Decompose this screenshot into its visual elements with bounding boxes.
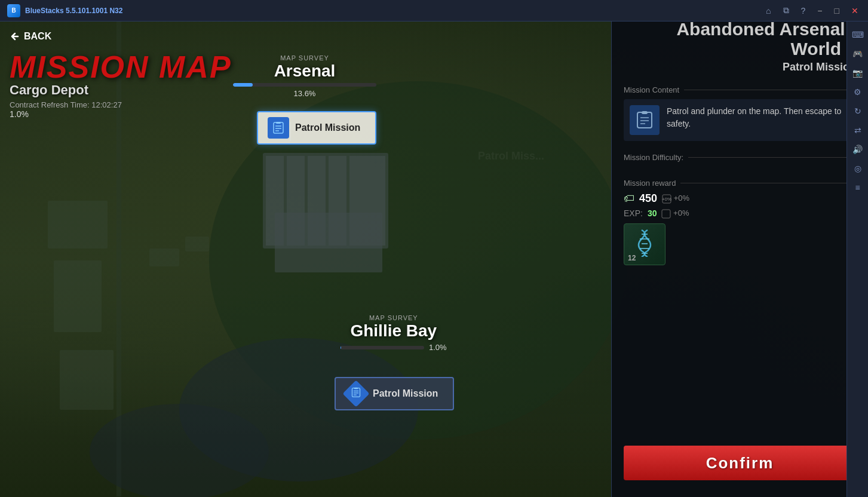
svg-rect-15	[185, 237, 209, 251]
reward-cash-row: 🏷 450 +0% +0%	[624, 192, 856, 205]
bluestacks-sidebar: ⌨ 🎮 📷 ⚙ ↻ ⇄ 🔊 ◎ ≡	[846, 22, 868, 497]
exp-prefix: EXP:	[624, 208, 643, 218]
svg-rect-21	[352, 388, 360, 397]
bg-patrol-text-1: Patrol Miss...	[478, 150, 544, 162]
reward-section: Mission reward 🏷 450 +0% +0% EXP: 30 +0%	[624, 179, 856, 265]
reward-item-count: 12	[628, 254, 636, 262]
svg-rect-17	[276, 122, 281, 124]
sidebar-sync-btn[interactable]: ⇄	[849, 122, 866, 139]
svg-rect-14	[149, 249, 179, 266]
bonus-icon-1: +0%	[662, 194, 671, 204]
sidebar-more-btn[interactable]: ≡	[849, 179, 866, 196]
arsenal-progress-bar	[233, 83, 376, 87]
patrol-mission-button-1[interactable]: Patrol Mission	[257, 111, 376, 145]
panel-mission-type: Patrol Mission	[624, 61, 856, 73]
mission-clipboard-icon	[636, 111, 654, 129]
sidebar-volume-btn[interactable]: 🔊	[849, 141, 866, 158]
arsenal-marker: Map Survey Arsenal 13.6%	[233, 54, 376, 98]
sidebar-location-btn[interactable]: ◎	[849, 160, 866, 177]
exp-bonus: +0%	[661, 208, 689, 219]
svg-rect-22	[354, 388, 358, 389]
contract-percent: 1.0%	[10, 109, 232, 119]
mission-content-text: Patrol and plunder on the map. Then esca…	[667, 105, 850, 130]
sidebar-rotate-btn[interactable]: ↻	[849, 103, 866, 119]
reward-item-box: 12	[624, 223, 665, 265]
sidebar-keyboard-btn[interactable]: ⌨	[849, 26, 866, 43]
reward-exp-row: EXP: 30 +0%	[624, 208, 856, 219]
arsenal-percent: 13.6%	[233, 89, 376, 98]
svg-rect-27	[642, 111, 648, 114]
patrol-mission-button-2[interactable]: Patrol Mission	[335, 377, 454, 410]
arsenal-name: Arsenal	[233, 62, 376, 81]
ghillie-name: Ghillie Bay	[341, 321, 447, 340]
patrol-mission-label-2: Patrol Mission	[373, 388, 438, 399]
patrol-btn-inactive[interactable]: Patrol Mission	[335, 377, 454, 410]
close-icon[interactable]: ✕	[846, 4, 863, 18]
difficulty-section: Mission Difficulty:	[624, 153, 856, 167]
reward-cash-value: 450	[639, 192, 657, 205]
mission-map-title: MISSION MAP	[10, 51, 232, 82]
ghillie-bay-marker: Map Survey Ghillie Bay 1.0%	[341, 314, 447, 352]
difficulty-label: Mission Difficulty:	[624, 153, 856, 162]
svg-text:+0%: +0%	[662, 197, 671, 202]
title-bar-controls: ⌂ ⧉ ? − □ ✕	[756, 3, 868, 18]
svg-rect-4	[60, 350, 114, 410]
patrol-mission-icon-1	[268, 117, 289, 139]
mission-content-box: Patrol and plunder on the map. Then esca…	[624, 99, 856, 141]
panel-map-name: Abandoned Arsenal - World 2	[624, 19, 856, 59]
title-bar: B BlueStacks 5.5.101.1001 N32 ⌂ ⧉ ? − □ …	[0, 0, 868, 22]
back-label: BACK	[24, 31, 51, 42]
mission-map-subtitle: Cargo Depot	[10, 82, 232, 98]
cash-icon: 🏷	[624, 192, 634, 205]
ghillie-progress-bar	[341, 346, 424, 349]
home-icon[interactable]: ⌂	[761, 4, 775, 18]
dna-icon	[633, 227, 657, 262]
ghillie-percent: 1.0%	[429, 343, 447, 352]
ghillie-survey-label: Map Survey	[341, 314, 447, 321]
arsenal-survey-label: Map Survey	[233, 54, 376, 62]
patrol-btn-active[interactable]: Patrol Mission	[257, 111, 376, 145]
svg-rect-2	[48, 201, 108, 249]
mission-map-section: MISSION MAP Cargo Depot Contract Refresh…	[10, 51, 232, 119]
mission-content-icon	[630, 105, 660, 135]
maximize-icon[interactable]: □	[830, 4, 844, 18]
confirm-button[interactable]: Confirm	[624, 446, 856, 480]
svg-rect-26	[637, 112, 652, 128]
reward-cash-bonus: +0% +0%	[662, 194, 689, 204]
bluestacks-logo: B	[7, 4, 20, 17]
arsenal-progress-fill	[233, 83, 253, 87]
clipboard-icon	[272, 121, 285, 134]
minimize-icon[interactable]: −	[812, 4, 827, 18]
back-button[interactable]: BACK	[10, 31, 51, 42]
cash-bonus-text: +0%	[674, 194, 689, 203]
clipboard-icon-2	[351, 387, 361, 398]
contract-refresh-time: Contract Refresh Time: 12:02:27	[10, 100, 232, 109]
patrol-mission-label-1: Patrol Mission	[295, 122, 360, 133]
multi-instance-icon[interactable]: ⧉	[778, 3, 794, 18]
exp-value: 30	[648, 208, 657, 218]
patrol-mission-icon-2-wrapper	[345, 383, 367, 404]
svg-rect-33	[662, 210, 670, 218]
sidebar-gamepad-btn[interactable]: 🎮	[849, 45, 866, 62]
title-bar-left: B BlueStacks 5.5.101.1001 N32	[0, 4, 756, 17]
right-panel: MAP Abandoned Arsenal - World 2 Patrol M…	[611, 0, 868, 497]
mission-content-label: Mission Content	[624, 85, 856, 94]
svg-rect-11	[275, 213, 382, 272]
help-icon[interactable]: ?	[796, 4, 811, 18]
svg-rect-16	[274, 122, 283, 133]
bonus-icon-2	[661, 209, 671, 219]
dna-svg	[633, 227, 657, 257]
sidebar-camera-btn[interactable]: 📷	[849, 65, 866, 81]
app-title: BlueStacks 5.5.101.1001 N32	[25, 7, 122, 15]
svg-rect-3	[54, 260, 102, 332]
sidebar-settings-btn[interactable]: ⚙	[849, 84, 866, 100]
ghillie-progress-fill	[341, 346, 341, 349]
reward-label: Mission reward	[624, 179, 856, 188]
svg-point-13	[90, 404, 269, 497]
back-arrow-icon	[10, 31, 20, 42]
patrol-clipboard-icon-2	[351, 387, 361, 400]
